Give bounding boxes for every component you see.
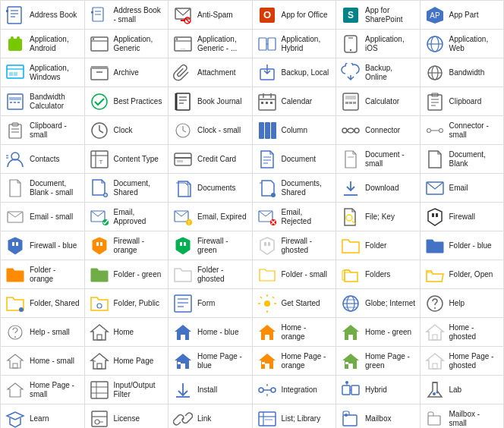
document-small-icon: [340, 149, 361, 170]
icon-label: Mailbox - small: [449, 410, 500, 428]
svg-rect-179: [178, 362, 181, 364]
list-item: Clipboard - small: [1, 116, 85, 145]
download-icon: [340, 178, 361, 199]
icon-label: Application, Hybrid: [282, 35, 332, 53]
list-item: Application, iOS: [336, 30, 421, 58]
connector-icon: [340, 120, 361, 141]
icon-label: Column: [282, 126, 332, 135]
firewall-icon: [424, 206, 446, 228]
svg-rect-167: [265, 335, 269, 340]
icon-label: Bandwidth Calculator: [30, 93, 80, 111]
book-journal-icon: [172, 91, 194, 112]
folder-ghosted-icon: [172, 264, 194, 285]
calculator-icon: [340, 91, 361, 112]
documents-shared-icon: [257, 178, 278, 199]
icon-label: Document, Blank - small: [30, 179, 80, 197]
svg-rect-0: [8, 7, 21, 24]
list-item: File; Key: [336, 203, 421, 231]
icon-label: Download: [365, 184, 416, 193]
icon-label: Globe; Internet: [365, 299, 416, 308]
list-item: Form: [169, 289, 253, 318]
svg-rect-142: [175, 295, 191, 312]
icon-label: Folder - small: [282, 270, 332, 279]
svg-rect-129: [432, 213, 434, 217]
svg-rect-187: [433, 363, 437, 369]
icon-label: Help: [449, 299, 500, 308]
documents-icon: [172, 178, 194, 199]
svg-point-36: [350, 49, 351, 50]
svg-point-141: [97, 304, 102, 308]
backup-local-icon: [257, 62, 278, 83]
svg-point-161: [14, 336, 16, 338]
icon-label: Input/Output Filter: [114, 381, 165, 399]
learn-icon: [5, 408, 26, 429]
list-item: Home Page - small: [1, 376, 85, 404]
icon-label: Documents: [197, 184, 248, 193]
email-rejected-icon: [257, 206, 278, 228]
list-item: Document: [253, 145, 337, 174]
icon-label: Documents, Shared: [282, 179, 332, 197]
icon-label: Form: [197, 299, 248, 308]
app-for-office-icon: O: [257, 5, 278, 26]
application-web-icon: [424, 33, 446, 55]
anti-spam-icon: [172, 5, 194, 26]
help-small-icon: [5, 322, 26, 343]
svg-rect-171: [433, 335, 437, 340]
icon-label: Link: [197, 414, 248, 423]
icon-label: Clock - small: [197, 126, 248, 135]
application-ios-icon: [340, 33, 361, 55]
list-item: Clock - small: [169, 116, 253, 145]
list-item: Application, Web: [421, 30, 505, 58]
icon-label: Clipboard: [449, 97, 500, 106]
list-item: Contacts: [1, 145, 85, 174]
icon-label: File; Key: [365, 212, 416, 222]
list-item: Firewall - ghosted: [253, 231, 337, 260]
icon-label: Clipboard - small: [30, 121, 80, 140]
svg-point-202: [436, 391, 438, 393]
home-small-icon: [5, 351, 26, 372]
list-item: Home - ghosted: [421, 318, 505, 347]
list-item: Book Journal: [169, 87, 253, 116]
icon-label: Connector - small: [449, 121, 500, 140]
list-item: Link: [169, 404, 253, 428]
icon-label: List; Library: [282, 414, 332, 423]
svg-rect-181: [265, 363, 269, 369]
svg-rect-213: [428, 416, 440, 425]
svg-rect-173: [13, 363, 17, 368]
icon-label: Document: [282, 155, 332, 164]
list-item: Folder, Open: [421, 260, 505, 289]
icon-label: Home Page - small: [30, 381, 80, 399]
get-started-icon: [257, 293, 278, 314]
icon-label: Anti-Spam: [197, 11, 248, 20]
icon-label: Folder - blue: [449, 241, 500, 250]
list-item: Email, Approved: [85, 203, 169, 231]
list-item: ...Application, Generic - ...: [169, 30, 253, 58]
icon-grid: Address BookAddress Book - smallAnti-Spa…: [0, 0, 504, 428]
svg-point-114: [271, 193, 276, 197]
svg-rect-182: [262, 362, 265, 364]
input-output-filter-icon: [89, 379, 110, 401]
folder-green-icon: [89, 264, 110, 285]
icon-label: Application, Android: [30, 35, 80, 53]
list-item: Input/Output Filter: [85, 376, 169, 404]
list-item: Credit Card: [169, 145, 253, 174]
list-item: Home Page - ghosted: [421, 347, 505, 376]
list-item: Address Book: [1, 1, 85, 30]
list-item: Download: [336, 174, 421, 203]
icon-label: Calendar: [282, 97, 332, 106]
svg-rect-196: [351, 386, 359, 395]
list-item: Documents: [169, 174, 253, 203]
svg-rect-4: [6, 10, 8, 12]
firewall-blue-icon: [5, 235, 26, 256]
document-blank-small-icon: [5, 178, 26, 199]
help-icon: [424, 293, 446, 314]
contacts-icon: [5, 149, 26, 170]
firewall-orange-icon: [89, 235, 110, 256]
svg-marker-172: [8, 354, 23, 368]
svg-rect-52: [9, 97, 21, 100]
icon-label: Home - ghosted: [449, 323, 500, 341]
app-part-icon: AP: [424, 5, 446, 26]
icon-label: Application, Generic: [114, 35, 165, 53]
link-icon: [172, 408, 194, 429]
icon-label: Home - blue: [197, 328, 248, 337]
